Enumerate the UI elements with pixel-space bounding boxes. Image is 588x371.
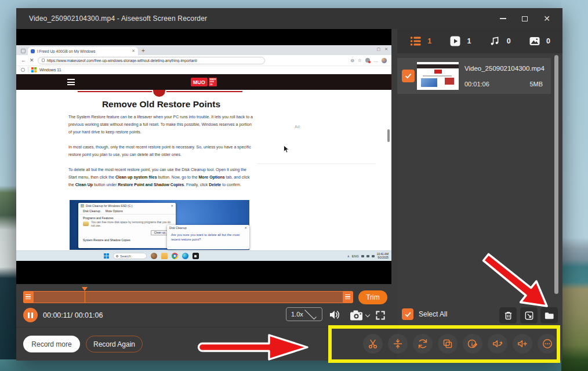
item-filename: Video_250902104300.mp4 (464, 65, 545, 72)
trim-button[interactable]: Trim (358, 290, 387, 304)
site-logo-lines: MAKE USE OF. (209, 78, 217, 86)
media-tabbar: 1 1 0 (397, 29, 562, 53)
trim-scissors-button[interactable] (363, 334, 383, 354)
browser-window-controls: ▢ ✕ (377, 47, 389, 52)
desktop: Video_250902104300.mp4 - Aiseesoft Scree… (0, 0, 588, 371)
item-duration: 00:01:06 (464, 81, 489, 88)
site-logo: MUO MAKE USE OF. (191, 78, 217, 86)
more-dots-icon (542, 338, 553, 350)
editing-toolbar (363, 334, 557, 354)
site-header: MUO MAKE USE OF. (16, 74, 391, 90)
item-filesize: 5MB (529, 81, 543, 88)
record-more-button[interactable]: Record more (23, 336, 80, 352)
microsoft-logo-icon (31, 67, 37, 72)
reader-icon (21, 68, 25, 72)
camera-chevron-icon[interactable] (365, 312, 370, 317)
tab-count: 0 (507, 37, 511, 45)
paragraph-3: To delete all but the most recent restor… (68, 166, 255, 188)
playhead-marker[interactable] (82, 287, 88, 291)
compress-icon (392, 338, 404, 350)
url-text: https://www.makeuseof.com/free-up-window… (47, 59, 198, 63)
video-thumbnail (417, 62, 459, 90)
system-tray: ∧ ENG 10:41 AM 9/2/2025 (347, 253, 389, 260)
select-all-label: Select All (419, 310, 447, 318)
playback-speed-select[interactable]: 1.0x (286, 307, 322, 321)
close-button[interactable]: ✕ (542, 13, 552, 24)
volume-button[interactable] (328, 308, 342, 321)
merge-button[interactable] (388, 334, 408, 354)
rotate-button[interactable] (413, 334, 433, 354)
volume-booster-button[interactable] (513, 334, 532, 354)
file-explorer-icon (161, 253, 168, 259)
audio-enhance-button[interactable] (488, 334, 507, 354)
dialog-close-icon: ✕ (170, 204, 173, 208)
copy-icon (442, 338, 453, 350)
bookmarks-bar: Windows 11 (16, 66, 391, 74)
site-logo-text: MUO (191, 78, 208, 86)
export-button[interactable] (520, 307, 538, 323)
bookmark-label: Windows 11 (39, 68, 61, 72)
paragraph-2: In most cases, though, only the most rec… (68, 143, 255, 158)
tab-images[interactable]: 0 (528, 35, 550, 48)
tab-audios[interactable]: 0 (489, 35, 511, 48)
delete-button[interactable] (499, 307, 517, 323)
playhead[interactable] (85, 292, 85, 303)
trim-end-handle[interactable] (343, 291, 353, 303)
tab-count: 0 (546, 37, 550, 45)
divider (257, 163, 376, 164)
browser-tabstrip: I Freed Up 400GB on My Windows ✕ + ▢ ✕ (16, 45, 391, 55)
wallpaper-grass (561, 0, 588, 371)
minimize-button[interactable] (498, 13, 508, 24)
dialog-close-icon: ✕ (244, 226, 247, 230)
clock: 10:41 AM 9/2/2025 (377, 253, 389, 260)
open-folder-button[interactable] (540, 307, 558, 323)
article-body: The System Restore feature can be a life… (68, 113, 255, 196)
scissors-icon (367, 338, 379, 350)
history-sidebar: 1 1 0 (397, 29, 562, 361)
info-edit-icon (467, 338, 478, 350)
trim-timeline[interactable] (23, 291, 353, 303)
pause-button[interactable] (23, 308, 38, 322)
item-checkbox[interactable] (402, 70, 415, 82)
tab-count: 1 (467, 37, 471, 45)
record-again-button[interactable]: Record Again (86, 336, 143, 352)
fullscreen-button[interactable] (374, 309, 387, 322)
maximize-button[interactable] (520, 13, 530, 24)
tab-close-icon: ✕ (132, 49, 135, 53)
edge-icon (182, 253, 188, 259)
ad-label: Ad (295, 125, 300, 129)
disk-cleanup-dialog: Disk Cleanup for Windows-SSD (C:) ✕ Disk… (78, 203, 176, 248)
window-controls: ✕ (498, 8, 552, 29)
wallpaper-water (0, 359, 588, 371)
recorder-app-icon (193, 253, 199, 259)
tab-all-recordings[interactable]: 1 (409, 35, 431, 48)
favorite-icon: ☆ (358, 58, 362, 63)
file-info-edit-button[interactable] (463, 334, 482, 354)
favicon (31, 49, 35, 53)
new-tab-icon: + (141, 48, 145, 54)
account-icon (382, 58, 387, 63)
tab-count: 1 (427, 37, 431, 45)
check-icon (404, 72, 412, 80)
video-preview[interactable]: I Freed Up 400GB on My Windows ✕ + ▢ ✕ ←… (16, 29, 391, 284)
app-window: Video_250902104300.mp4 - Aiseesoft Scree… (16, 8, 562, 361)
divider (28, 67, 28, 72)
select-all-checkbox[interactable] (402, 308, 413, 320)
more-tools-button[interactable] (538, 334, 557, 354)
dialog-tab-more-options: More Options (106, 209, 123, 213)
taskbar-search: Search (113, 253, 147, 259)
music-icon (489, 35, 502, 48)
video-icon (449, 35, 462, 48)
user-avatar-icon (151, 253, 157, 259)
tab-search-icon (21, 49, 26, 53)
trim-start-handle[interactable] (23, 291, 34, 303)
step-number-badge (152, 90, 166, 98)
sidebar-scrollbar[interactable] (554, 55, 558, 294)
tab-videos[interactable]: 1 (449, 35, 471, 48)
list-icon (409, 35, 422, 48)
article-heading: Remove Old Restore Points (68, 99, 254, 110)
copy-button[interactable] (438, 334, 458, 354)
media-list-item[interactable]: Video_250902104300.mp4 00:01:06 5MB (397, 58, 551, 94)
screenshot-camera-button[interactable] (349, 310, 364, 321)
tab-title: I Freed Up 400GB on My Windows (37, 49, 129, 53)
